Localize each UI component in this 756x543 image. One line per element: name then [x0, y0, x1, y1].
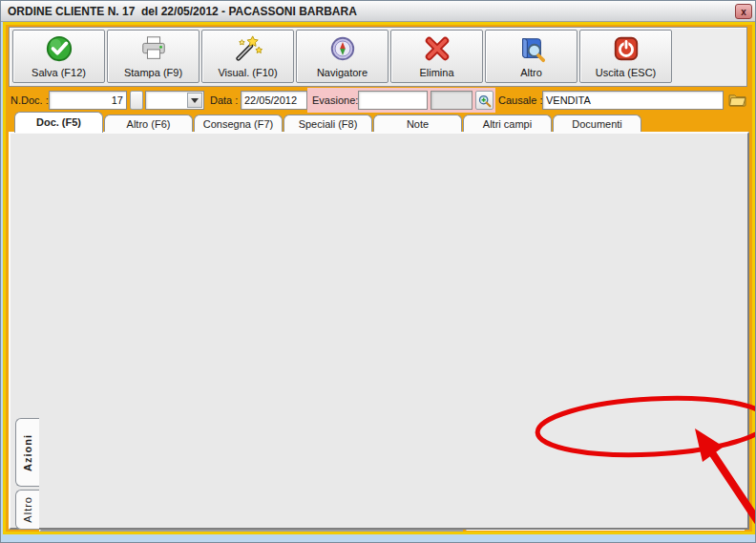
titlebar: ORDINE CLIENTE N. 17 del 22/05/2012 - PA…: [1, 1, 756, 22]
compass-icon: [328, 34, 357, 63]
red-x-icon: [423, 34, 452, 63]
save-button[interactable]: Salva (F12): [12, 30, 105, 83]
causale-label: Causale :: [498, 94, 542, 106]
tab-altro-f6[interactable]: Altro (F6): [104, 115, 193, 132]
data-input[interactable]: [241, 91, 307, 110]
ndoc-aux-button[interactable]: [130, 91, 143, 110]
folder-icon: [728, 93, 746, 107]
evasione-secondary-input[interactable]: [430, 91, 472, 110]
tab-speciali-f8[interactable]: Speciali (F8): [284, 115, 372, 132]
magic-wand-icon: [234, 34, 262, 63]
tab-altro-azioni[interactable]: Altro: [15, 490, 39, 530]
exit-button[interactable]: Uscita (ESC): [579, 30, 672, 83]
tab-documenti[interactable]: Documenti: [553, 115, 641, 132]
window-title: ORDINE CLIENTE N. 17 del 22/05/2012 - PA…: [8, 5, 357, 18]
chevron-down-icon[interactable]: [187, 93, 202, 108]
preview-button[interactable]: Visual. (F10): [201, 30, 294, 83]
zoom-plus-icon: [477, 94, 492, 108]
window-close-button[interactable]: x: [735, 4, 752, 19]
doc-tab-panel: [9, 132, 749, 530]
delete-button[interactable]: Elimina: [390, 30, 483, 83]
print-button[interactable]: Stampa (F9): [107, 30, 200, 83]
printer-icon: [139, 34, 168, 63]
tab-altri-campi[interactable]: Altri campi: [463, 115, 552, 132]
tab-consegna-f7[interactable]: Consegna (F7): [194, 115, 283, 132]
evasione-input[interactable]: [358, 91, 428, 110]
tab-azioni[interactable]: Azioni: [15, 418, 39, 487]
data-label: Data :: [210, 94, 238, 106]
evasione-search-button[interactable]: [475, 91, 494, 110]
causale-folder-button[interactable]: [726, 90, 747, 110]
tab-note[interactable]: Note: [373, 115, 462, 132]
evasione-label: Evasione:: [312, 94, 358, 106]
causale-input[interactable]: [542, 91, 724, 110]
power-icon: [612, 34, 640, 63]
tab-doc-f5[interactable]: Doc. (F5): [14, 112, 103, 133]
ndoc-input[interactable]: [49, 91, 127, 110]
book-search-icon: [517, 34, 546, 63]
other-button[interactable]: Altro: [485, 30, 578, 83]
save-check-icon: [45, 34, 74, 63]
navigator-button[interactable]: Navigatore: [296, 30, 388, 83]
doc-suffix-select[interactable]: [145, 91, 204, 110]
ndoc-label: N.Doc. :: [10, 94, 49, 106]
